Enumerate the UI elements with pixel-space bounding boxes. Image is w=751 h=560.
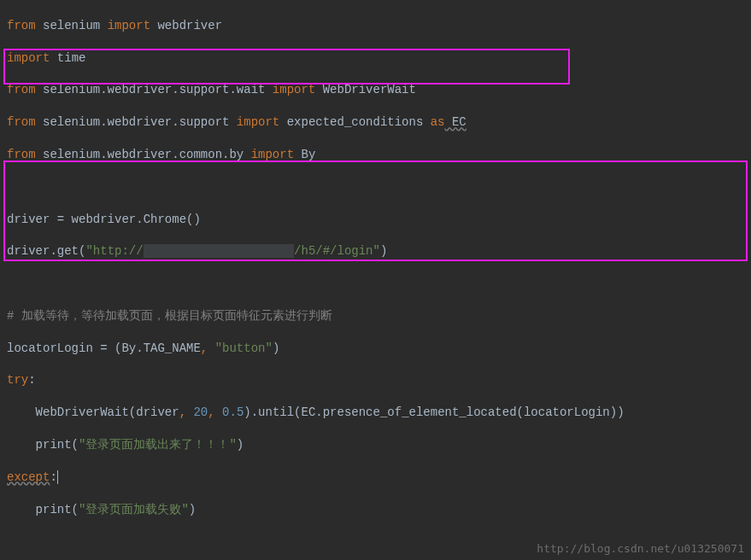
- code-line[interactable]: WebDriverWait(driver, 20, 0.5).until(EC.…: [7, 405, 744, 421]
- code-line[interactable]: import time: [7, 50, 744, 67]
- code-text: ): [189, 503, 196, 516]
- code-line[interactable]: [7, 276, 744, 292]
- colon: :: [50, 470, 56, 484]
- code-text: ): [237, 438, 243, 452]
- code-text: driver.get(: [7, 244, 85, 258]
- code-text: print(: [7, 503, 79, 516]
- keyword-as: as: [431, 115, 445, 129]
- code-text: ): [380, 244, 387, 258]
- string-literal: "button": [215, 341, 273, 355]
- code-text: WebDriverWait(driver: [7, 405, 179, 419]
- comma: ,: [201, 341, 215, 355]
- colon: :: [28, 373, 35, 387]
- code-line[interactable]: print("登录页面加载出来了！！！"): [7, 437, 744, 453]
- keyword-import: import: [7, 51, 50, 65]
- code-editor[interactable]: from selenium import webdriver import ti…: [0, 0, 751, 560]
- string-literal: /h5/#/login": [294, 244, 380, 258]
- string-literal: "http://: [85, 244, 143, 258]
- code-line[interactable]: locatorLogin = (By.TAG_NAME, "button"): [7, 341, 744, 357]
- import-item: By: [294, 148, 315, 161]
- import-item: expected_conditions: [279, 115, 430, 129]
- code-text: driver = webdriver.Chrome(): [7, 213, 201, 226]
- number-literal: 0.5: [222, 405, 243, 419]
- code-text: locatorLogin = (By.TAG_NAME: [7, 341, 201, 355]
- code-line[interactable]: from selenium.webdriver.support.wait imp…: [7, 82, 744, 98]
- module-name: selenium.webdriver.support: [36, 115, 237, 129]
- code-line[interactable]: except:: [7, 470, 744, 486]
- comma: ,: [179, 405, 194, 419]
- number-literal: 20: [193, 405, 208, 419]
- text-cursor: [57, 470, 58, 484]
- keyword-import: import: [108, 19, 150, 32]
- watermark-text: http://blog.csdn.net/u013250071: [537, 541, 744, 557]
- keyword-from: from: [7, 19, 36, 32]
- import-item: time: [50, 51, 85, 65]
- module-name: selenium: [36, 19, 108, 32]
- keyword-except: except: [7, 470, 50, 484]
- string-literal: "登录页面加载失败": [79, 503, 189, 516]
- keyword-from: from: [7, 83, 36, 96]
- code-line[interactable]: driver.get("http://xxxxxxxx xxxxxxxxxxx/…: [7, 243, 744, 260]
- code-text: ).until(EC.presence_of_element_located(l…: [243, 405, 624, 419]
- code-line[interactable]: driver = webdriver.Chrome(): [7, 212, 744, 228]
- import-item: webdriver: [150, 19, 222, 32]
- code-line[interactable]: # 加载等待，等待加载页面，根据目标页面特征元素进行判断: [7, 308, 744, 324]
- keyword-import: import: [273, 83, 315, 96]
- string-literal: "登录页面加载出来了！！！": [79, 438, 237, 452]
- code-line[interactable]: from selenium.webdriver.common.by import…: [7, 147, 744, 163]
- comma: ,: [208, 405, 222, 419]
- keyword-import: import: [251, 148, 294, 161]
- import-alias: EC: [445, 115, 466, 129]
- keyword-import: import: [237, 115, 279, 129]
- code-line[interactable]: try:: [7, 372, 744, 388]
- code-text: print(: [7, 438, 79, 452]
- redacted-text: xxxxxxxx xxxxxxxxxxx: [144, 244, 294, 258]
- module-name: selenium.webdriver.common.by: [36, 148, 251, 161]
- comment: # 加载等待，等待加载页面，根据目标页面特征元素进行判断: [7, 309, 332, 323]
- code-line[interactable]: print("登录页面加载失败"): [7, 502, 744, 518]
- code-line[interactable]: [7, 179, 744, 195]
- keyword-try: try: [7, 373, 28, 387]
- keyword-from: from: [7, 115, 36, 129]
- code-text: ): [273, 341, 279, 355]
- code-line[interactable]: from selenium import webdriver: [7, 18, 744, 34]
- module-name: selenium.webdriver.support.wait: [36, 83, 273, 96]
- code-line[interactable]: from selenium.webdriver.support import e…: [7, 114, 744, 131]
- keyword-from: from: [7, 148, 36, 161]
- import-item: WebDriverWait: [315, 83, 416, 96]
